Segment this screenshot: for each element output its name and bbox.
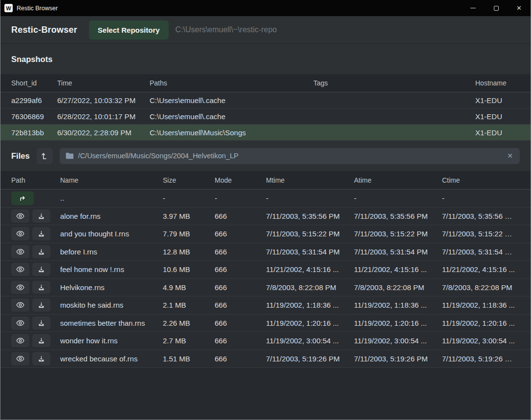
file-ctime: 7/11/2003, 5:35:56 PM [442,212,520,220]
minimize-button[interactable] [462,0,485,16]
preview-button[interactable] [11,245,29,258]
files-table-header: Path Name Size Mode Mtime Atime Ctime [0,171,531,189]
download-icon [38,248,45,255]
column-hostname: Hostname [475,79,520,87]
file-mtime: 7/11/2003, 5:15:22 PM [266,230,354,238]
app-title: Restic-Browser [11,25,77,35]
file-row[interactable]: and you thought I.rns 7.79 MB 666 7/11/2… [0,225,531,243]
file-mode: 666 [215,212,266,220]
download-icon [38,284,45,291]
eye-icon [16,266,24,273]
app-logo-icon: W [4,4,13,12]
column-mode: Mode [215,176,266,184]
file-row[interactable]: wonder how it.rns 2.7 MB 666 11/19/2002,… [0,332,531,350]
download-button[interactable] [32,298,50,312]
file-mtime: 7/11/2003, 5:31:54 PM [266,248,354,256]
file-name: wonder how it.rns [60,336,163,345]
snapshot-row[interactable]: a2299af6 6/27/2022, 10:03:32 PM C:\Users… [0,92,531,108]
download-button[interactable] [32,227,50,240]
eye-icon [16,213,24,219]
file-ctime: 7/11/2003, 5:31:54 PM [442,248,520,256]
download-icon [38,337,45,344]
file-name: sometimes better than.rns [60,319,163,327]
file-ctime: 11/19/2002, 1:20:16 ... [442,319,520,327]
column-time: Time [57,79,150,87]
file-name: .. [60,194,163,202]
column-path: Path [11,176,60,184]
preview-button[interactable] [11,352,29,365]
file-name: and you thought I.rns [60,230,163,238]
preview-button[interactable] [11,316,29,330]
download-button[interactable] [32,263,50,276]
up-right-arrow-icon [18,194,27,202]
file-row[interactable]: alone for.rns 3.97 MB 666 7/11/2003, 5:3… [0,208,531,226]
snapshot-row-selected[interactable]: 72b813bb 6/30/2022, 2:28:09 PM C:\Users\… [0,125,531,141]
preview-button[interactable] [11,227,29,240]
go-to-root-button[interactable] [37,148,53,164]
file-row[interactable]: before I.rns 12.8 MB 666 7/11/2003, 5:31… [0,243,531,261]
file-row[interactable]: Helvikone.rns 4.9 MB 666 7/8/2003, 8:22:… [0,279,531,297]
download-icon [38,212,45,220]
clear-path-icon[interactable]: ✕ [506,152,514,160]
file-row[interactable]: wrecked because of.rns 1.51 MB 666 7/11/… [0,350,531,368]
column-paths: Paths [150,79,313,87]
preview-button[interactable] [11,263,29,276]
snapshot-paths: C:\Users\emuell\Music\Songs [150,128,313,137]
file-atime: 7/11/2003, 5:31:54 PM [354,248,442,256]
eye-icon [16,356,24,362]
preview-button[interactable] [11,334,29,347]
file-atime: 11/19/2002, 1:20:16 ... [354,319,442,327]
file-row[interactable]: moskito he said.rns 2.1 MB 666 11/19/200… [0,296,531,315]
file-ctime: 11/21/2002, 4:15:16 ... [442,265,520,273]
close-button[interactable]: ✕ [508,0,531,16]
file-ctime: - [442,194,520,202]
column-atime: Atime [354,176,442,184]
snapshot-row[interactable]: 76306869 6/28/2022, 10:01:17 PM C:\Users… [0,108,531,125]
file-mode: 666 [215,283,266,292]
column-size: Size [163,176,215,184]
snapshot-hostname: X1-EDU [475,128,520,137]
folder-icon [66,152,74,159]
file-size: 12.8 MB [163,248,215,256]
files-path-input[interactable]: /C/Users/emuell/Music/Songs/2004_Helveti… [60,148,520,164]
parent-directory-row[interactable]: .. - - - - - [0,189,531,208]
file-row[interactable]: sometimes better than.rns 2.26 MB 666 11… [0,315,531,333]
file-size: 4.9 MB [163,283,215,292]
maximize-button[interactable] [485,0,508,16]
preview-button[interactable] [11,281,29,294]
preview-button[interactable] [11,210,29,223]
snapshots-table-header: Short_id Time Paths Tags Hostname [0,74,531,92]
download-button[interactable] [32,352,50,365]
eye-icon [16,284,24,291]
titlebar: W Restic Browser ✕ [0,0,531,16]
download-button[interactable] [32,210,50,223]
file-mode: 666 [215,248,266,256]
file-mode: 666 [215,301,266,309]
file-size: - [163,194,215,202]
go-up-button[interactable] [11,191,34,205]
app-window: W Restic Browser ✕ Restic-Browser Select… [0,0,531,420]
eye-icon [16,231,24,237]
snapshot-short-id: 76306869 [11,112,57,121]
file-size: 2.1 MB [163,301,215,309]
eye-icon [16,337,24,344]
file-mode: - [215,194,266,202]
file-ctime: 7/11/2003, 5:15:22 PM [442,230,520,238]
file-ctime: 7/8/2003, 8:22:08 PM [442,283,520,292]
select-repository-button[interactable]: Select Repository [89,21,169,40]
download-button[interactable] [32,334,50,347]
download-button[interactable] [32,316,50,330]
file-atime: 7/8/2003, 8:22:08 PM [354,283,442,292]
snapshot-paths: C:\Users\emuell\.cache [150,96,313,105]
file-atime: 7/11/2003, 5:19:26 PM [354,355,442,363]
download-button[interactable] [32,245,50,258]
download-button[interactable] [32,281,50,294]
file-row[interactable]: feel home now !.rns 10.6 MB 666 11/21/20… [0,261,531,279]
preview-button[interactable] [11,298,29,312]
file-mtime: 7/11/2003, 5:19:26 PM [266,355,354,363]
download-icon [38,266,45,273]
eye-icon [16,302,24,308]
file-name: before I.rns [60,248,163,256]
file-mode: 666 [215,355,266,363]
snapshot-hostname: X1-EDU [475,112,520,121]
